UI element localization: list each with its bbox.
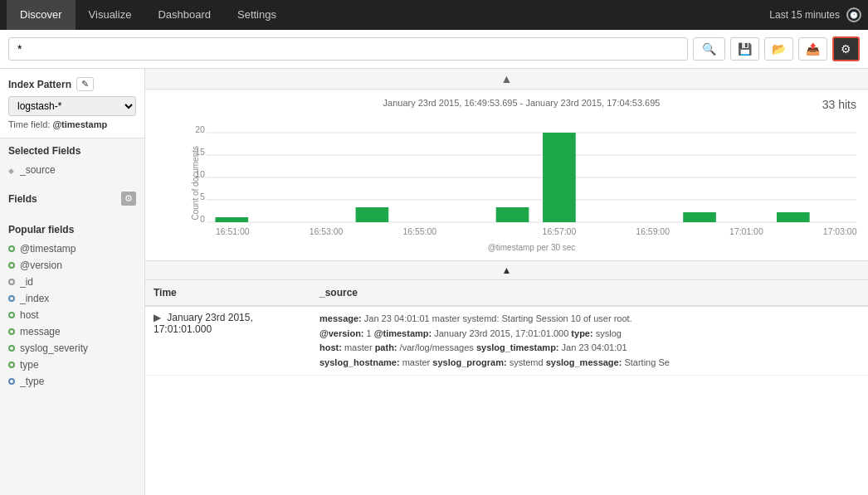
tab-discover[interactable]: Discover <box>7 0 76 30</box>
content-area: ▲ 33 hits January 23rd 2015, 16:49:53.69… <box>145 69 868 495</box>
x-axis-label: @timestamp per 30 sec <box>207 243 856 252</box>
field-type-icon <box>8 279 15 285</box>
load-search-button[interactable]: 📂 <box>764 37 793 61</box>
edit-index-pattern-button[interactable]: ✎ <box>76 77 94 91</box>
fields-settings-button[interactable]: ⚙ <box>121 192 136 206</box>
svg-text:5: 5 <box>200 192 205 201</box>
fields-title: Fields ⚙ <box>8 192 136 206</box>
popular-fields-section: Popular fields @timestamp @version _id _… <box>0 217 144 396</box>
field-type-icon <box>8 378 15 385</box>
svg-rect-14 <box>683 212 716 222</box>
field-item-message[interactable]: message <box>8 323 136 340</box>
index-pattern-label: Index Pattern ✎ <box>8 77 136 91</box>
field-item-syslog-severity[interactable]: syslog_severity <box>8 340 136 357</box>
chart-svg: 0 5 10 15 20 <box>207 114 856 252</box>
column-source: _source <box>311 280 868 306</box>
hits-count: 33 hits <box>822 98 856 111</box>
tab-visualize[interactable]: Visualize <box>76 0 145 30</box>
chart-date-range: January 23rd 2015, 16:49:53.695 - Januar… <box>187 98 856 108</box>
search-bar: 🔍 💾 📂 📤 ⚙ <box>0 30 868 69</box>
popular-fields-title: Popular fields <box>8 224 136 235</box>
main-container: Index Pattern ✎ logstash-* Time field: @… <box>0 69 868 495</box>
svg-text:17:03:00: 17:03:00 <box>823 227 857 236</box>
collapse-bar-top[interactable]: ▲ <box>145 69 868 90</box>
table-cell-source: message: Jan 23 04:01:01 master systemd:… <box>311 306 868 376</box>
field-item-id[interactable]: _id <box>8 274 136 290</box>
field-item-host[interactable]: host <box>8 307 136 323</box>
svg-rect-10 <box>215 217 248 222</box>
selected-fields-section: Selected Fields ◆ _source <box>0 138 144 185</box>
field-type-icon <box>8 262 15 269</box>
svg-text:16:57:00: 16:57:00 <box>543 227 577 236</box>
svg-text:17:01:00: 17:01:00 <box>729 227 763 236</box>
svg-text:16:51:00: 16:51:00 <box>216 227 250 236</box>
y-axis-label: Count of documents <box>191 146 200 221</box>
index-pattern-select[interactable]: logstash-* <box>8 96 136 116</box>
field-type-icon <box>8 362 15 368</box>
table-header-row: Time _source <box>145 280 868 306</box>
svg-rect-15 <box>777 212 810 222</box>
collapse-icon-table: ▲ <box>502 264 512 276</box>
index-pattern-section: Index Pattern ✎ logstash-* Time field: @… <box>0 69 144 138</box>
svg-text:16:55:00: 16:55:00 <box>403 227 437 236</box>
table-collapse-bar[interactable]: ▲ <box>145 260 868 280</box>
sidebar: Index Pattern ✎ logstash-* Time field: @… <box>0 69 145 495</box>
column-time: Time <box>145 280 311 306</box>
field-item-type[interactable]: type <box>8 357 136 373</box>
field-type-icon <box>8 345 15 352</box>
time-range-area: Last 15 minutes 🕐 <box>769 7 861 22</box>
results-table: Time _source ▶ January 23rd 2015, 17:01:… <box>145 280 868 376</box>
svg-text:16:59:00: 16:59:00 <box>636 227 670 236</box>
svg-rect-12 <box>496 207 529 222</box>
field-item-underscore-type[interactable]: _type <box>8 373 136 390</box>
source-type-icon: ◆ <box>8 167 15 173</box>
top-navigation: Discover Visualize Dashboard Settings La… <box>0 0 868 30</box>
field-type-icon <box>8 295 15 302</box>
expand-row-button[interactable]: ▶ <box>154 312 164 323</box>
chart-area: 33 hits January 23rd 2015, 16:49:53.695 … <box>145 90 868 252</box>
clock-icon[interactable]: 🕐 <box>846 7 861 22</box>
field-item-source[interactable]: ◆ _source <box>8 162 136 178</box>
tab-settings[interactable]: Settings <box>224 0 290 30</box>
field-type-icon <box>8 312 15 318</box>
selected-fields-title: Selected Fields <box>8 145 136 157</box>
field-type-icon <box>8 245 15 252</box>
svg-rect-13 <box>543 133 576 222</box>
settings-button[interactable]: ⚙ <box>832 36 860 61</box>
collapse-icon-top: ▲ <box>501 72 513 85</box>
source-content: message: Jan 23 04:01:01 master systemd:… <box>319 312 860 370</box>
svg-text:16:53:00: 16:53:00 <box>310 227 344 236</box>
field-item-index[interactable]: _index <box>8 290 136 307</box>
svg-text:20: 20 <box>195 125 205 134</box>
svg-text:0: 0 <box>200 215 205 224</box>
search-input[interactable] <box>8 37 688 61</box>
share-button[interactable]: 📤 <box>798 37 827 61</box>
search-button[interactable]: 🔍 <box>693 37 725 61</box>
field-item-timestamp[interactable]: @timestamp <box>8 240 136 257</box>
table-row: ▶ January 23rd 2015, 17:01:01.000 messag… <box>145 306 868 376</box>
tab-dashboard[interactable]: Dashboard <box>144 0 224 30</box>
save-search-button[interactable]: 💾 <box>730 37 759 61</box>
time-range-label: Last 15 minutes <box>769 9 840 21</box>
field-item-version[interactable]: @version <box>8 257 136 274</box>
time-field-info: Time field: @timestamp <box>8 119 136 129</box>
field-type-icon <box>8 328 15 335</box>
svg-rect-11 <box>356 207 389 222</box>
table-cell-time: ▶ January 23rd 2015, 17:01:01.000 <box>145 306 311 376</box>
fields-section: Fields ⚙ <box>0 185 144 217</box>
